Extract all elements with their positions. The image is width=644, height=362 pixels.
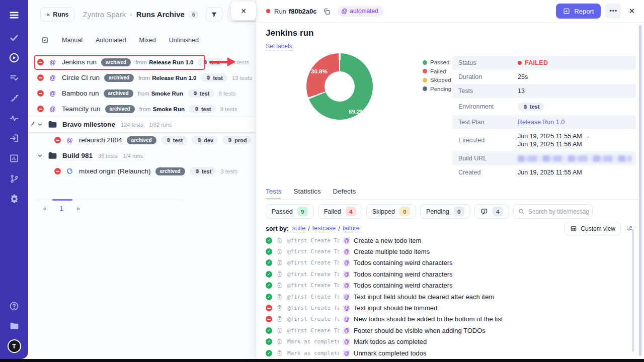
filter-label: Skipped	[372, 208, 395, 215]
breadcrumb-separator: ›	[130, 11, 132, 18]
sidebar-item-git-branch[interactable]	[8, 172, 20, 185]
sort-option-testcase[interactable]: testcase	[312, 225, 336, 232]
info-label: Environment	[458, 103, 518, 110]
test-title: Text input should be trimmed	[354, 304, 437, 312]
tab-defects[interactable]: Defects	[333, 188, 356, 199]
passed-status-icon: ✓	[266, 237, 272, 244]
prev-page-button[interactable]: «	[43, 205, 47, 212]
passed-status-icon: ✓	[266, 327, 272, 334]
panel-scrollbar[interactable]	[639, 25, 641, 356]
env-badge: test	[190, 167, 216, 175]
run-row[interactable]: @Teamcity runarchivedfromSmoke Runtest9 …	[28, 101, 256, 117]
test-row[interactable]: ✓@first Create To...@Create multiple tod…	[266, 246, 631, 257]
info-row: Test PlanRelease Run 1.0	[452, 115, 636, 129]
gear-small	[194, 168, 200, 174]
env-name: test	[202, 168, 212, 174]
sidebar-item-pulse[interactable]	[8, 112, 20, 124]
tests-count: 9 tests	[220, 106, 237, 112]
folder-row[interactable]: Build 98136 tests1/4 runs	[28, 148, 256, 163]
sidebar-item-sign-in[interactable]	[8, 132, 20, 144]
run-row[interactable]: mixed origin (Relaunch)archivedtest3 tes…	[28, 163, 256, 179]
test-row[interactable]: ✓@first Create To...@Todos containing we…	[266, 280, 631, 291]
test-title: Create multiple todo items	[354, 248, 430, 255]
sort-option-failure[interactable]: failure	[343, 225, 360, 232]
test-row[interactable]: ✓@first Create To...@Todos containing we…	[266, 268, 631, 280]
page-number[interactable]: 1	[60, 205, 63, 212]
chevron-down-icon[interactable]	[37, 153, 43, 158]
legend-dot-pending	[423, 86, 427, 91]
detail-close-button[interactable]: ✕	[628, 7, 635, 16]
tab-unfinished[interactable]: Unfinished	[169, 37, 199, 44]
sidebar-item-folder[interactable]	[8, 320, 20, 332]
gear-small	[194, 106, 199, 112]
run-row[interactable]: @Jenkins runarchivedfromRelease Run 1.0t…	[28, 54, 256, 70]
test-suite-label: @first Create To...	[287, 294, 339, 300]
copy-icon[interactable]	[323, 8, 331, 15]
chevron-down-icon[interactable]	[37, 122, 43, 127]
test-row[interactable]: ✓@first Create To...@Create a new todo i…	[266, 235, 631, 246]
tab-manual[interactable]: Manual	[62, 37, 83, 44]
tab-statistics[interactable]: Statistics	[294, 188, 321, 199]
test-row[interactable]: @first Create To...@Text input should be…	[266, 302, 631, 313]
test-row[interactable]: ✓@first Create To...@Footer should be vi…	[266, 325, 631, 336]
sidebar-item-check[interactable]	[8, 32, 20, 44]
info-row: Environmenttest	[452, 98, 636, 115]
runs-panel: « Runs Zyntra Spark › Runs Archive 6 Man…	[28, 0, 256, 359]
run-row[interactable]: @Circle CI runarchivedfromRelease Run 1.…	[28, 70, 256, 85]
next-page-button[interactable]: »	[76, 205, 80, 212]
sidebar-item-play-circle[interactable]	[8, 52, 20, 64]
sidebar-item-stairs[interactable]	[8, 92, 20, 104]
custom-view-button[interactable]: Custom view	[565, 222, 621, 235]
tab-mixed[interactable]: Mixed	[139, 37, 155, 44]
filter-passed-button[interactable]: Passed9	[266, 204, 314, 219]
custom-view-label: Custom view	[581, 225, 615, 232]
automated-badge: @ automated	[338, 6, 384, 17]
filter-comments-button[interactable]: 4	[474, 204, 509, 219]
sidebar-item-bar-chart[interactable]	[8, 152, 20, 164]
sidebar-item-menu[interactable]	[8, 9, 20, 21]
sidebar-item-gear[interactable]	[8, 193, 20, 205]
sidebar-item-help[interactable]	[8, 300, 20, 312]
clipboard-icon	[276, 305, 283, 311]
test-row[interactable]: @first Create To...@New todos should be …	[266, 314, 631, 325]
from-label: from	[138, 90, 149, 97]
test-plan-link[interactable]: Release Run 1.0	[518, 119, 565, 126]
set-labels-link[interactable]: Set labels	[266, 43, 292, 51]
test-row[interactable]: ✓@first Create To...@Text input field sh…	[266, 291, 631, 302]
panel-close-card[interactable]: ✕	[231, 2, 256, 20]
test-row[interactable]: ✓Mark as complete...@Unmark completed to…	[266, 347, 631, 358]
filter-label: Failed	[324, 208, 341, 215]
test-title: New todos should be added to the bottom …	[354, 315, 503, 323]
folder-row[interactable]: Bravo milestone124 tests1/32 runs	[28, 117, 256, 132]
select-all-icon[interactable]	[41, 36, 49, 44]
tests-search[interactable]	[513, 204, 593, 219]
back-to-runs-button[interactable]: « Runs	[40, 7, 74, 22]
tab-automated[interactable]: Automated	[96, 37, 126, 44]
test-suite-label: Mark as complete...	[287, 338, 339, 345]
run-row[interactable]: @Bamboo runarchivedfromSmoke Runtest9 te…	[28, 85, 256, 101]
filter-failed-button[interactable]: Failed4	[318, 204, 362, 219]
legend-label: Skipped	[430, 77, 451, 83]
filter-button[interactable]	[206, 7, 222, 22]
avatar[interactable]: T	[8, 339, 21, 353]
filter-skipped-button[interactable]: Skipped0	[366, 204, 416, 219]
test-row[interactable]: ✓@first Create To...@Todos containing we…	[266, 257, 631, 268]
tab-tests[interactable]: Tests	[266, 188, 282, 199]
sidebar-item-list-check[interactable]	[8, 72, 20, 84]
mixed-cycle-icon	[66, 167, 73, 175]
filter-pending-button[interactable]: Pending0	[420, 204, 470, 219]
test-row[interactable]: ✓Mark as complete...@Mark todos as compl…	[266, 336, 631, 347]
run-row[interactable]: @relaunch 2804archivedtestdevprod15 test…	[28, 132, 256, 148]
from-label: from	[139, 106, 151, 112]
passed-status-icon: ✓	[266, 271, 272, 278]
env-name: test	[530, 104, 540, 110]
breadcrumb-project[interactable]: Zyntra Spark	[83, 10, 126, 19]
more-actions-button[interactable]: •••	[605, 4, 621, 19]
test-suite-label: @first Create To...	[287, 305, 339, 311]
run-title: Jenkins run	[266, 28, 313, 38]
close-icon[interactable]: ✕	[240, 7, 247, 15]
report-button[interactable]: Report	[556, 4, 601, 19]
tests-search-input[interactable]	[528, 208, 589, 215]
sort-option-suite[interactable]: suite	[292, 225, 305, 232]
tests-scrollbar[interactable]	[632, 229, 634, 352]
